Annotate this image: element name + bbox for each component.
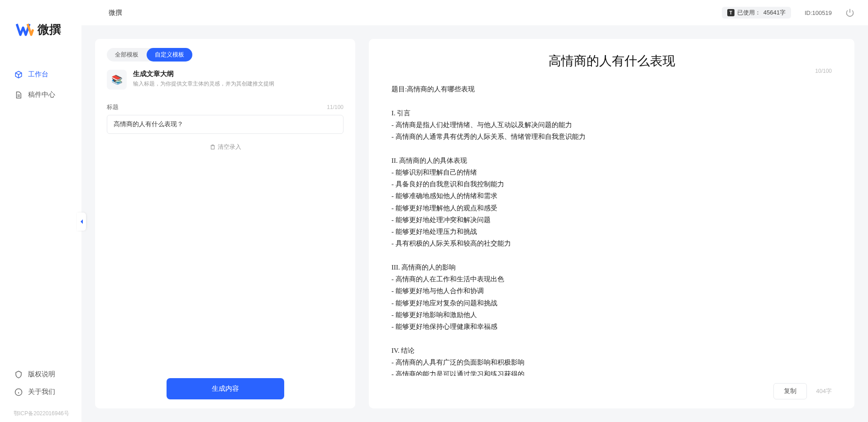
output-title-wrap: 高情商的人有什么表现 10/100 (391, 52, 832, 70)
logo: 微撰 (0, 0, 81, 52)
nav: 工作台 稿件中心 (0, 52, 81, 361)
tab-all-templates[interactable]: 全部模板 (107, 48, 147, 62)
clear-label: 清空录入 (218, 143, 241, 151)
sidebar-item-label: 工作台 (28, 70, 48, 79)
text-icon: T (727, 9, 734, 16)
sidebar: 微撰 工作台 稿件中心 (0, 0, 81, 422)
field-label: 标题 (107, 103, 119, 111)
copy-button[interactable]: 复制 (773, 383, 807, 399)
template-desc: 输入标题，为你提供文章主体的灵感，并为其创建推文提纲 (133, 80, 274, 88)
output-title: 高情商的人有什么表现 (391, 52, 832, 70)
page-title: 微撰 (95, 9, 122, 17)
usage-prefix: 已使用： (737, 9, 761, 17)
output-title-count: 10/100 (815, 68, 832, 74)
template-title: 生成文章大纲 (133, 70, 274, 78)
shield-icon (14, 370, 23, 379)
template-info: 📚 生成文章大纲 输入标题，为你提供文章主体的灵感，并为其创建推文提纲 (107, 70, 343, 90)
user-id: ID:100519 (805, 9, 832, 16)
template-text: 生成文章大纲 输入标题，为你提供文章主体的灵感，并为其创建推文提纲 (133, 70, 274, 90)
main: 全部模板 自定义模板 📚 生成文章大纲 输入标题，为你提供文章主体的灵感，并为其… (81, 25, 868, 422)
books-icon: 📚 (107, 70, 127, 90)
sidebar-item-label: 关于我们 (28, 388, 55, 396)
icp-text: 鄂ICP备2022016946号 (0, 410, 81, 422)
document-icon (14, 91, 23, 99)
trash-icon (210, 144, 216, 150)
template-tabs: 全部模板 自定义模板 (107, 48, 192, 62)
input-panel: 全部模板 自定义模板 📚 生成文章大纲 输入标题，为你提供文章主体的灵感，并为其… (95, 39, 355, 408)
logo-icon (16, 20, 34, 38)
word-count: 404字 (816, 387, 832, 395)
sidebar-item-about[interactable]: 关于我们 (9, 383, 72, 401)
power-icon (845, 8, 854, 17)
sidebar-item-workbench[interactable]: 工作台 (9, 66, 72, 83)
sidebar-item-label: 稿件中心 (28, 90, 55, 99)
usage-badge[interactable]: T 已使用： 45641字 (722, 7, 791, 19)
sidebar-item-label: 版权说明 (28, 370, 55, 379)
info-icon (14, 388, 23, 396)
power-button[interactable] (845, 8, 854, 17)
logo-text: 微撰 (38, 22, 61, 38)
output-footer: 复制 404字 (391, 376, 832, 399)
clear-button[interactable]: 清空录入 (107, 143, 343, 151)
output-body[interactable]: 题目:高情商的人有哪些表现 I. 引言 - 高情商是指人们处理情绪、与他人互动以… (391, 83, 832, 376)
sidebar-item-copyright[interactable]: 版权说明 (9, 365, 72, 383)
sidebar-item-drafts[interactable]: 稿件中心 (9, 86, 72, 104)
tab-custom-template[interactable]: 自定义模板 (147, 48, 192, 62)
output-panel: 高情商的人有什么表现 10/100 题目:高情商的人有哪些表现 I. 引言 - … (369, 39, 854, 408)
title-input[interactable] (107, 115, 343, 134)
sidebar-footer: 版权说明 关于我们 (0, 361, 81, 410)
header: 微撰 T 已使用： 45641字 ID:100519 (81, 0, 868, 25)
field-count: 11/100 (327, 104, 343, 110)
generate-button[interactable]: 生成内容 (167, 378, 284, 399)
usage-count: 45641字 (763, 9, 786, 17)
cube-icon (14, 71, 23, 79)
header-right: T 已使用： 45641字 ID:100519 (722, 7, 854, 19)
field-header: 标题 11/100 (107, 103, 343, 111)
